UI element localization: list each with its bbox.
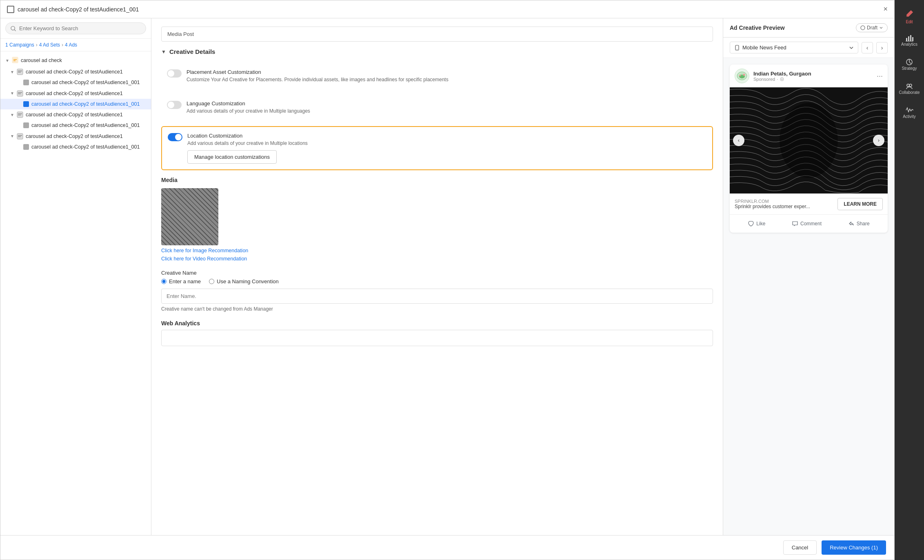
language-title: Language Customization xyxy=(187,100,707,107)
svg-point-23 xyxy=(743,74,745,76)
sidebar-item-analytics[interactable]: Analytics xyxy=(895,28,924,52)
ad-cta-info: SPRINKLR.COM Sprinklr provides customer … xyxy=(735,199,810,209)
share-label: Share xyxy=(857,221,870,227)
tree-adset-3[interactable]: ▼ carousel ad check-Copy2 of testAudienc… xyxy=(0,109,151,120)
svg-rect-4 xyxy=(13,60,16,61)
web-analytics-label: Web Analytics xyxy=(161,320,713,327)
name-input[interactable] xyxy=(161,289,713,304)
breadcrumb-campaigns[interactable]: 1 Campaigns xyxy=(5,42,34,48)
location-title: Location Customization xyxy=(187,133,706,139)
ad-card-header: Indian Petals, Gurgaon Sponsored · ··· xyxy=(730,64,888,87)
top-header: carousel ad check-Copy2 of testAudience1… xyxy=(0,0,894,18)
sidebar-item-activity[interactable]: Activity xyxy=(895,100,924,124)
close-button[interactable]: × xyxy=(883,5,888,13)
svg-point-36 xyxy=(907,84,909,87)
cta-domain: SPRINKLR.COM xyxy=(735,199,810,204)
next-arrow[interactable]: › xyxy=(876,42,888,53)
media-thumbnail-inner xyxy=(161,188,218,245)
tree-ad-2-1-selected[interactable]: carousel ad check-Copy2 of testAudience1… xyxy=(0,99,151,109)
sidebar-item-collaborate[interactable]: Collaborate xyxy=(895,76,924,100)
svg-point-17 xyxy=(861,26,865,30)
draft-badge: Draft xyxy=(856,23,888,32)
adset-1-label: carousel ad check-Copy2 of testAudience1 xyxy=(26,69,146,75)
brand-name: Indian Petals, Gurgaon xyxy=(753,71,873,77)
strategy-icon xyxy=(905,58,913,66)
ad-cta-row: SPRINKLR.COM Sprinklr provides customer … xyxy=(730,193,888,214)
tree-adset-2[interactable]: ▼ carousel ad check-Copy2 of testAudienc… xyxy=(0,88,151,99)
radio-naming-input[interactable] xyxy=(209,279,214,284)
draft-label: Draft xyxy=(867,25,877,31)
ad-actions: Like Comment Share xyxy=(730,214,888,233)
tree-ad-3-1[interactable]: carousel ad check-Copy2 of testAudience1… xyxy=(0,120,151,131)
tree-container: ▼ carousel ad check ▼ carousel ad check-… xyxy=(0,51,151,535)
web-analytics-input[interactable] xyxy=(161,330,713,346)
radio-enter-name[interactable]: Enter a name xyxy=(161,278,201,284)
placement-select[interactable]: Mobile News Feed xyxy=(730,42,858,53)
placement-label: Mobile News Feed xyxy=(742,44,786,51)
video-rec-link[interactable]: Click here for Video Recommendation xyxy=(161,256,713,262)
adset-2-label: carousel ad check-Copy2 of testAudience1 xyxy=(26,90,146,97)
like-icon xyxy=(748,220,754,227)
cta-learn-more-btn[interactable]: LEARN MORE xyxy=(837,198,883,210)
toggle-icon: ▼ xyxy=(5,58,9,63)
tree-adset-1[interactable]: ▼ carousel ad check-Copy2 of testAudienc… xyxy=(0,67,151,77)
tree-ad-1-1[interactable]: carousel ad check-Copy2 of testAudience1… xyxy=(0,77,151,88)
tree-root-item[interactable]: ▼ carousel ad check xyxy=(0,55,151,67)
share-btn[interactable]: Share xyxy=(844,218,874,229)
svg-rect-2 xyxy=(12,57,18,63)
placement-toggle[interactable] xyxy=(167,69,182,78)
bottom-footer: Cancel Review Changes (1) xyxy=(0,535,894,560)
hint-text: Creative name can't be changed from Ads … xyxy=(161,306,713,312)
brand-info: Indian Petals, Gurgaon Sponsored · xyxy=(753,71,873,82)
svg-rect-12 xyxy=(18,113,22,114)
sidebar-item-strategy[interactable]: Strategy xyxy=(895,52,924,76)
sidebar-item-edit[interactable]: Edit xyxy=(895,4,924,28)
cta-desc: Sprinklr provides customer exper... xyxy=(735,204,810,209)
breadcrumb-ads[interactable]: 4 Ads xyxy=(65,42,77,48)
prev-arrow[interactable]: ‹ xyxy=(862,42,873,53)
section-title: Creative Details xyxy=(169,48,215,55)
media-label: Media xyxy=(161,177,713,183)
activity-label: Activity xyxy=(903,114,916,119)
toggle-icon: ▼ xyxy=(10,91,14,96)
placement-toggle-track[interactable] xyxy=(167,69,182,78)
tree-ad-4-1[interactable]: carousel ad check-Copy2 of testAudience1… xyxy=(0,142,151,152)
location-toggle-track[interactable] xyxy=(168,133,182,141)
media-section: Media Click here for Image Recommendatio… xyxy=(161,177,713,262)
comment-btn[interactable]: Comment xyxy=(788,218,826,229)
location-toggle[interactable] xyxy=(168,133,182,141)
radio-naming-convention[interactable]: Use a Naming Convention xyxy=(209,278,279,284)
breadcrumb-adsets[interactable]: 4 Ad Sets xyxy=(39,42,60,48)
edit-label: Edit xyxy=(906,20,913,24)
middle-panel: Media Post ▼ Creative Details xyxy=(151,18,723,535)
media-thumbnail[interactable] xyxy=(161,188,218,245)
strategy-label: Strategy xyxy=(902,66,917,71)
carousel-next[interactable]: › xyxy=(873,135,884,146)
search-input-wrap[interactable] xyxy=(5,22,146,34)
tree-adset-4[interactable]: ▼ carousel ad check-Copy2 of testAudienc… xyxy=(0,131,151,142)
manage-location-btn[interactable]: Manage location customizations xyxy=(187,150,277,164)
svg-point-19 xyxy=(737,49,737,49)
cancel-button[interactable]: Cancel xyxy=(783,540,817,555)
svg-rect-29 xyxy=(908,36,909,41)
comment-label: Comment xyxy=(800,221,822,227)
like-btn[interactable]: Like xyxy=(744,218,769,229)
more-options-icon[interactable]: ··· xyxy=(877,72,883,80)
carousel-prev[interactable]: ‹ xyxy=(733,135,744,146)
web-analytics-section: Web Analytics xyxy=(161,320,713,346)
section-toggle-icon[interactable]: ▼ xyxy=(161,49,166,55)
image-rec-link[interactable]: Click here for Image Recommendation xyxy=(161,248,713,253)
placement-toggle-thumb xyxy=(168,70,174,77)
breadcrumb-sep2: › xyxy=(62,42,63,48)
review-changes-button[interactable]: Review Changes (1) xyxy=(822,540,886,555)
language-toggle[interactable] xyxy=(167,101,182,109)
svg-rect-10 xyxy=(18,93,21,94)
search-input[interactable] xyxy=(19,25,141,31)
svg-rect-28 xyxy=(906,38,907,41)
radio-enter-input[interactable] xyxy=(161,279,167,284)
language-toggle-track[interactable] xyxy=(167,101,182,109)
svg-rect-6 xyxy=(18,71,22,71)
preview-controls: Mobile News Feed ‹ › xyxy=(723,38,894,58)
placement-asset-row: Placement Asset Customization Customize … xyxy=(161,63,713,88)
edit-icon xyxy=(905,10,913,18)
